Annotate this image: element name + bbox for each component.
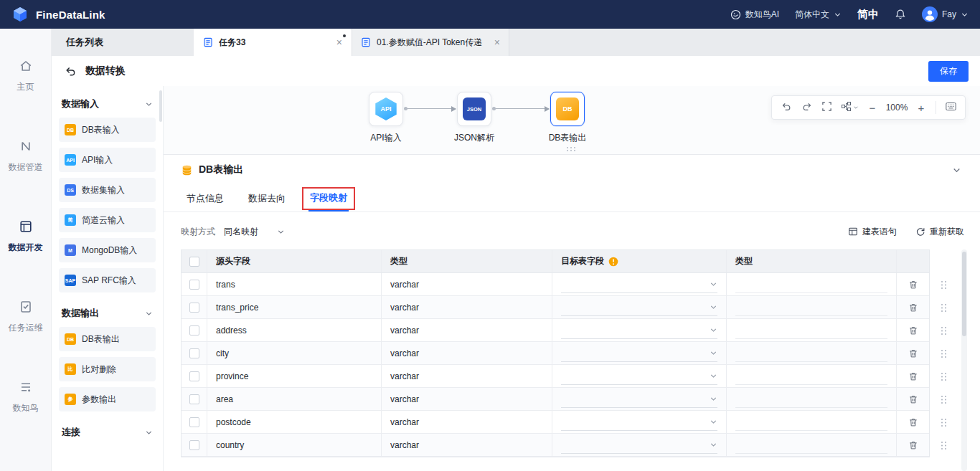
palette-item[interactable]: MMongoDB输入 — [59, 238, 156, 262]
target-type-field[interactable] — [735, 414, 887, 431]
row-checkbox[interactable] — [189, 417, 199, 427]
row-checkbox[interactable] — [189, 394, 199, 404]
row-checkbox[interactable] — [189, 303, 199, 313]
close-tab-button[interactable]: × — [494, 37, 500, 47]
palette-item[interactable]: DS数据集输入 — [59, 178, 156, 202]
target-type-field[interactable] — [735, 276, 887, 293]
row-drag-handle[interactable] — [941, 304, 947, 313]
redo-button[interactable] — [796, 97, 816, 118]
warning-icon — [608, 257, 618, 267]
task-list-link[interactable]: 任务列表 — [52, 29, 194, 56]
row-checkbox[interactable] — [189, 348, 199, 358]
scrollbar-thumb[interactable] — [962, 252, 966, 336]
close-tab-button[interactable]: × — [336, 37, 342, 47]
user-menu[interactable]: Fay — [922, 6, 969, 22]
delete-row-button[interactable] — [908, 280, 918, 290]
palette-item-label: 简道云输入 — [82, 214, 125, 227]
back-button[interactable] — [65, 65, 77, 77]
delete-row-button[interactable] — [908, 303, 918, 313]
table-icon — [848, 227, 858, 237]
fit-view-button[interactable] — [816, 97, 837, 118]
target-type-field[interactable] — [735, 345, 887, 362]
row-checkbox[interactable] — [189, 280, 199, 290]
target-type-field[interactable] — [735, 299, 887, 316]
target-field-select[interactable] — [561, 391, 717, 408]
delete-row-button[interactable] — [908, 440, 918, 450]
palette-item[interactable]: 比比对删除 — [59, 357, 156, 381]
palette-item[interactable]: DBDB表输出 — [59, 327, 156, 351]
row-drag-handle[interactable] — [941, 419, 947, 427]
bell-icon — [895, 9, 906, 20]
flow-node-api[interactable]: APIAPI输入 — [363, 92, 409, 144]
target-field-select[interactable] — [561, 414, 717, 431]
target-field-select[interactable] — [561, 368, 717, 385]
target-type-field[interactable] — [735, 368, 887, 385]
target-field-select[interactable] — [561, 276, 717, 293]
mapping-mode-select[interactable]: 同名映射 — [224, 226, 285, 238]
table-row: areavarchar — [182, 388, 929, 411]
vertical-scrollbar[interactable] — [961, 249, 967, 471]
component-icon: 简 — [65, 214, 76, 226]
sidebar-item-bird[interactable]: 数知鸟 — [13, 380, 39, 414]
row-drag-handle[interactable] — [941, 281, 947, 290]
zoom-in-button[interactable]: + — [911, 97, 931, 118]
create-table-sql-button[interactable]: 建表语句 — [848, 226, 897, 238]
row-checkbox[interactable] — [189, 325, 199, 336]
target-field-select[interactable] — [561, 437, 717, 454]
sidebar-item-home[interactable]: 主页 — [17, 59, 34, 93]
delete-row-button[interactable] — [908, 417, 918, 427]
undo-button[interactable] — [776, 97, 796, 118]
target-field-select[interactable] — [561, 322, 717, 339]
target-field-select[interactable] — [561, 345, 717, 362]
palette-item[interactable]: SAPSAP RFC输入 — [59, 268, 156, 292]
panel-tab-0[interactable]: 节点信息 — [185, 185, 225, 211]
palette-section-header-2[interactable]: 连接 — [57, 417, 157, 446]
delete-row-button[interactable] — [908, 371, 918, 381]
palette-item[interactable]: DBDB表输入 — [59, 118, 156, 142]
target-type-field[interactable] — [735, 437, 887, 454]
flow-node-db[interactable]: DBDB表输出 — [545, 92, 590, 144]
select-all-checkbox[interactable] — [189, 257, 199, 267]
delete-row-button[interactable] — [908, 348, 918, 358]
flow-node-json[interactable]: JSONJSON解析 — [451, 92, 497, 144]
table-row: trans_pricevarchar — [182, 296, 929, 319]
panel-resize-handle[interactable] — [567, 147, 577, 152]
sidebar-item-ops[interactable]: 任务运维 — [9, 300, 43, 334]
palette-section-header-1[interactable]: 数据输出 — [57, 298, 157, 327]
row-drag-handle[interactable] — [941, 396, 947, 404]
target-type-field[interactable] — [735, 391, 887, 408]
palette-section-header-0[interactable]: 数据输入 — [57, 89, 157, 118]
shortcut-keys-button[interactable] — [941, 97, 961, 118]
row-drag-handle[interactable] — [941, 442, 947, 450]
panel-tab-2[interactable]: 字段映射 — [308, 185, 349, 211]
auto-layout-button[interactable] — [837, 97, 862, 118]
zoom-out-button[interactable]: − — [862, 97, 882, 118]
delete-row-button[interactable] — [908, 325, 918, 336]
language-selector[interactable]: 简体中文 — [795, 9, 842, 21]
row-drag-handle[interactable] — [941, 350, 947, 358]
task-tab-1[interactable]: 01.参数赋值-API Token传递× — [352, 29, 509, 56]
collapse-panel-button[interactable] — [952, 166, 961, 175]
sidebar-item-pipeline[interactable]: 数据管道 — [9, 139, 43, 173]
row-drag-handle[interactable] — [941, 373, 947, 381]
delete-row-button[interactable] — [908, 394, 918, 404]
row-checkbox[interactable] — [189, 440, 199, 450]
task-tab-0[interactable]: 任务33× — [194, 29, 352, 56]
palette-item[interactable]: 参参数输出 — [59, 387, 156, 411]
save-button[interactable]: 保存 — [928, 61, 969, 82]
component-palette: 数据输入DBDB表输入APIAPI输入DS数据集输入简简道云输入MMongoDB… — [52, 86, 164, 471]
panel-tab-1[interactable]: 数据去向 — [247, 185, 287, 211]
row-checkbox[interactable] — [189, 371, 199, 381]
sidebar-item-dev[interactable]: 数据开发 — [9, 219, 43, 254]
refetch-button[interactable]: 重新获取 — [915, 226, 964, 238]
palette-item[interactable]: APIAPI输入 — [59, 148, 156, 172]
palette-item[interactable]: 简简道云输入 — [59, 208, 156, 232]
row-drag-handle[interactable] — [941, 327, 947, 336]
target-type-field[interactable] — [735, 322, 887, 339]
chevron-down-icon — [961, 11, 969, 19]
palette-scrollbar[interactable] — [159, 90, 162, 122]
ai-assistant-button[interactable]: 数知鸟AI — [730, 9, 779, 21]
target-field-select[interactable] — [561, 299, 717, 316]
flow-canvas[interactable]: APIAPI输入JSONJSON解析DBDB表输出 − 100% + — [164, 86, 980, 155]
notifications-button[interactable] — [895, 9, 906, 20]
